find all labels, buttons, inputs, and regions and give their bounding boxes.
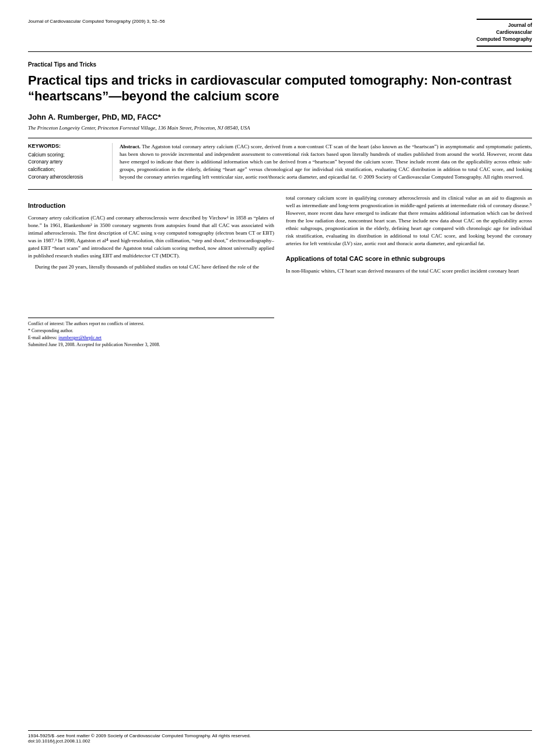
intro-para-1: Coronary artery calcification (CAC) and … bbox=[28, 214, 274, 260]
header-divider bbox=[28, 51, 532, 52]
journal-name-block: Journal of Cardiovascular Computed Tomog… bbox=[477, 19, 532, 47]
section-label: Practical Tips and Tricks bbox=[28, 61, 532, 68]
affiliation-divider bbox=[28, 138, 532, 138]
author-name: John A. Rumberger, PhD, MD, FACC* bbox=[28, 113, 532, 121]
body-left-column: Introduction Coronary artery calcificati… bbox=[28, 194, 274, 348]
header: Journal of Cardiovascular Computed Tomog… bbox=[28, 19, 532, 47]
journal-citation: Journal of Cardiovascular Computed Tomog… bbox=[28, 19, 165, 24]
copyright-line: 1934-5925/$ -see front matter © 2009 Soc… bbox=[28, 733, 532, 738]
keywords-column: KEYWORDS: Calcium scoring; Coronary arte… bbox=[28, 143, 113, 181]
email-label: E-mail address: bbox=[28, 335, 58, 340]
abstract-text: Abstract. The Agatston total coronary ar… bbox=[113, 143, 532, 181]
bottom-bar: 1934-5925/$ -see front matter © 2009 Soc… bbox=[28, 730, 532, 744]
body-columns: Introduction Coronary artery calcificati… bbox=[28, 194, 532, 348]
article-title: Practical tips and tricks in cardiovascu… bbox=[28, 72, 532, 104]
keyword-1: Calcium scoring; bbox=[28, 151, 106, 159]
doi-line: doi:10.1016/j.jcct.2008.11.002 bbox=[28, 738, 532, 744]
footer-notes: Conflict of interest: The authors report… bbox=[28, 318, 274, 348]
email-link[interactable]: jrumberger@theplc.net bbox=[58, 335, 102, 340]
abstract-label: Abstract. bbox=[120, 144, 141, 149]
corresponding-note: * Corresponding author. bbox=[28, 327, 274, 334]
journal-name-line2: Cardiovascular bbox=[477, 29, 532, 36]
affiliation: The Princeton Longevity Center, Princeto… bbox=[28, 125, 532, 131]
intro-para-2: During the past 20 years, literally thou… bbox=[28, 263, 274, 271]
abstract-divider bbox=[28, 189, 532, 190]
subgroup-heading: Applications of total CAC score in ethni… bbox=[286, 255, 532, 264]
keywords-list: Calcium scoring; Coronary artery calcifi… bbox=[28, 151, 106, 181]
keyword-4: Coronary atherosclerosis bbox=[28, 173, 106, 181]
keyword-2: Coronary artery bbox=[28, 158, 106, 166]
keyword-3: calcification; bbox=[28, 166, 106, 173]
intro-right-para-1: total coronary calcium score in qualifyi… bbox=[286, 194, 532, 247]
conflict-note: Conflict of interest: The authors report… bbox=[28, 320, 274, 327]
email-note: E-mail address: jrumberger@theplc.net bbox=[28, 334, 274, 341]
subgroup-para-1: In non-Hispanic whites, CT heart scan de… bbox=[286, 267, 532, 275]
journal-name-line1: Journal of bbox=[477, 22, 532, 29]
submitted-note: Submitted June 19, 2008. Accepted for pu… bbox=[28, 341, 274, 348]
keywords-label: KEYWORDS: bbox=[28, 143, 106, 149]
body-right-column: total coronary calcium score in qualifyi… bbox=[286, 194, 532, 348]
page: Journal of Cardiovascular Computed Tomog… bbox=[0, 0, 560, 753]
abstract-body: The Agatston total coronary artery calci… bbox=[120, 144, 532, 180]
abstract-section: KEYWORDS: Calcium scoring; Coronary arte… bbox=[28, 143, 532, 181]
journal-name-line3: Computed Tomography bbox=[477, 36, 532, 43]
intro-heading: Introduction bbox=[28, 201, 274, 211]
